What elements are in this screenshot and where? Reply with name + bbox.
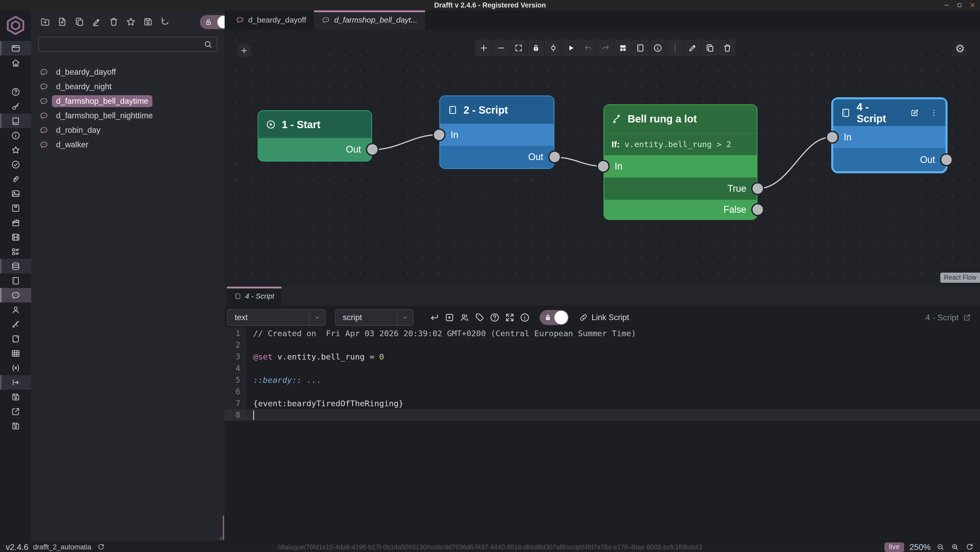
file-item[interactable]: d_walker bbox=[31, 138, 224, 152]
edge-condition-true-to-script4[interactable] bbox=[758, 137, 831, 189]
zoom-out-button[interactable] bbox=[936, 542, 945, 552]
expand-editor-button[interactable] bbox=[502, 310, 517, 325]
true-port[interactable] bbox=[751, 182, 764, 195]
rail-item-paperclip[interactable] bbox=[0, 172, 31, 186]
node-header[interactable]: 4 - Script bbox=[833, 99, 945, 126]
file-item[interactable]: d_beardy_dayoff bbox=[31, 65, 224, 79]
script-panel-button[interactable] bbox=[631, 40, 649, 56]
search-icon[interactable] bbox=[203, 40, 213, 49]
rail-item-film[interactable] bbox=[0, 230, 31, 244]
zoom-in-button[interactable] bbox=[950, 542, 960, 552]
delete-node-button[interactable] bbox=[718, 40, 736, 56]
rail-item-scroll[interactable] bbox=[0, 332, 31, 346]
undo-button[interactable] bbox=[579, 40, 597, 56]
rail-item-settings[interactable] bbox=[0, 70, 31, 84]
center-button[interactable] bbox=[544, 40, 562, 56]
add-node-button[interactable] bbox=[237, 44, 251, 57]
rail-item-save[interactable] bbox=[0, 390, 31, 404]
node-script-4[interactable]: 4 - Script In Out bbox=[831, 97, 948, 173]
info-button[interactable] bbox=[649, 40, 666, 56]
file-item[interactable]: d_robin_day bbox=[31, 123, 224, 138]
file-item[interactable]: d_beardy_night bbox=[31, 79, 224, 94]
edge-start-to-script2[interactable] bbox=[372, 135, 439, 150]
edit-node-button[interactable] bbox=[684, 40, 701, 56]
code-line[interactable]: 8 bbox=[224, 409, 980, 421]
rail-item-key[interactable] bbox=[0, 99, 31, 114]
rail-item-variable[interactable] bbox=[0, 360, 31, 375]
in-port[interactable] bbox=[433, 128, 445, 141]
code-line[interactable]: 5::beardy:: ... bbox=[224, 374, 980, 386]
folder-plus-button[interactable] bbox=[40, 16, 51, 27]
toggle-knob[interactable] bbox=[554, 311, 568, 324]
rail-item-image[interactable] bbox=[0, 186, 31, 201]
code-line[interactable]: 2 bbox=[224, 339, 980, 351]
out-port[interactable] bbox=[548, 151, 561, 163]
maximize-icon[interactable] bbox=[956, 2, 963, 9]
rail-item-home[interactable] bbox=[0, 56, 31, 70]
node-condition[interactable]: Bell rung a lot If: v.entity.bell_rung >… bbox=[603, 104, 757, 220]
node-header[interactable]: 1 - Start bbox=[258, 111, 371, 138]
reset-view-button[interactable] bbox=[965, 542, 974, 552]
play-script-button[interactable] bbox=[442, 310, 457, 325]
script-select[interactable]: script bbox=[335, 309, 414, 326]
trash-button[interactable] bbox=[108, 16, 119, 27]
insert-return-button[interactable] bbox=[427, 310, 442, 325]
zoom-out-button[interactable] bbox=[492, 40, 509, 56]
auto-layout-button[interactable] bbox=[614, 40, 631, 56]
out-port[interactable] bbox=[940, 153, 953, 166]
rail-item-panels[interactable] bbox=[0, 41, 31, 56]
node-header[interactable]: Bell rung a lot bbox=[604, 105, 757, 133]
copy-button[interactable] bbox=[74, 16, 85, 27]
rail-item-star[interactable] bbox=[0, 143, 31, 157]
search-input[interactable] bbox=[39, 40, 203, 49]
minimize-icon[interactable] bbox=[943, 2, 950, 9]
file-item[interactable]: d_farmshop_bell_daytime bbox=[31, 94, 224, 108]
script-lock-toggle[interactable] bbox=[539, 310, 569, 325]
script-info-button[interactable] bbox=[517, 310, 532, 325]
toolbar-divider[interactable] bbox=[666, 40, 684, 56]
code-editor[interactable]: 1// Created on Fri Apr 03 2026 20:39:02 … bbox=[224, 327, 980, 421]
code-line[interactable]: 1// Created on Fri Apr 03 2026 20:39:02 … bbox=[224, 327, 980, 339]
node-start[interactable]: 1 - Start Out bbox=[258, 110, 372, 162]
rail-item-export-arrow[interactable] bbox=[0, 375, 31, 390]
fit-view-button[interactable] bbox=[509, 40, 527, 56]
rail-item-table[interactable] bbox=[0, 346, 31, 360]
play-button[interactable] bbox=[562, 40, 579, 56]
tab-d-farmshop-bell-daytime[interactable]: d_farmshop_bell_dayt... bbox=[314, 10, 425, 29]
edit-script-icon[interactable] bbox=[910, 108, 919, 117]
file-item[interactable]: d_farmshop_bell_nighttime bbox=[31, 108, 224, 123]
close-icon[interactable] bbox=[969, 2, 976, 9]
canvas-settings-button[interactable]: ⚙ bbox=[953, 42, 967, 56]
star-button[interactable] bbox=[125, 16, 137, 27]
duplicate-node-button[interactable] bbox=[701, 40, 718, 56]
code-line[interactable]: 4 bbox=[224, 362, 980, 374]
rail-item-bookmark[interactable] bbox=[0, 201, 31, 215]
zoom-in-button[interactable] bbox=[475, 40, 492, 56]
rail-item-check[interactable] bbox=[0, 157, 31, 172]
rail-item-share[interactable] bbox=[0, 404, 31, 419]
node-header[interactable]: 2 - Script bbox=[440, 96, 554, 124]
help-button[interactable] bbox=[487, 310, 502, 325]
tag-button[interactable] bbox=[472, 310, 487, 325]
lock-button[interactable] bbox=[527, 40, 544, 56]
in-port[interactable] bbox=[597, 160, 610, 173]
panel-resize-grip[interactable] bbox=[216, 535, 223, 540]
kebab-menu-icon[interactable] bbox=[929, 108, 938, 117]
code-line[interactable]: 6 bbox=[224, 386, 980, 397]
rail-item-clapperboard[interactable] bbox=[0, 215, 31, 230]
rail-item-person[interactable] bbox=[0, 303, 31, 317]
false-port[interactable] bbox=[751, 203, 764, 216]
rail-item-dialogue[interactable] bbox=[0, 288, 31, 303]
node-script-2[interactable]: 2 - Script In Out bbox=[439, 95, 554, 169]
tab-d-beardy-dayoff[interactable]: d_beardy_dayoff bbox=[228, 10, 314, 29]
rail-item-database[interactable] bbox=[0, 259, 31, 273]
rail-item-sword[interactable] bbox=[0, 317, 31, 332]
code-line[interactable]: 7{event:beardyTiredOfTheRinging} bbox=[224, 397, 980, 409]
history-button[interactable] bbox=[159, 16, 171, 27]
redo-button[interactable] bbox=[597, 40, 614, 56]
edit-button[interactable] bbox=[91, 16, 102, 27]
characters-button[interactable] bbox=[457, 310, 472, 325]
rail-item-help[interactable] bbox=[0, 84, 31, 99]
rail-item-layout-list[interactable] bbox=[0, 244, 31, 259]
script-panel-tab[interactable]: 4 - Script bbox=[227, 287, 282, 306]
